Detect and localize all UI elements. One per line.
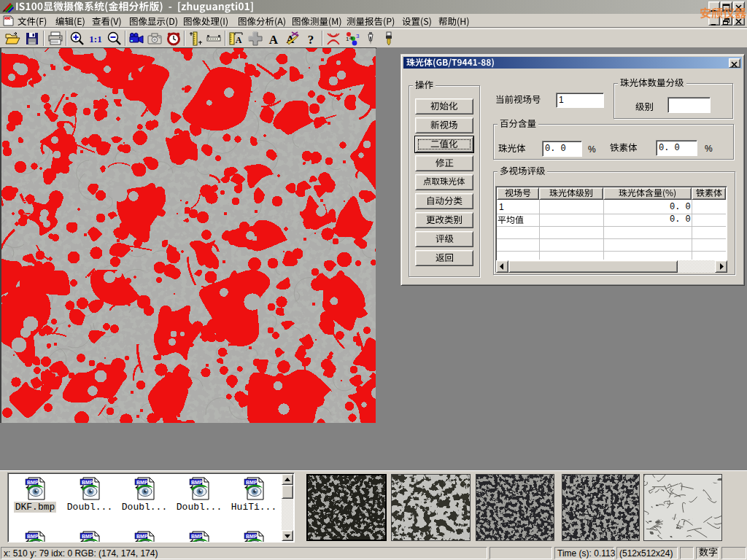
svg-text:3: 3 bbox=[356, 33, 360, 39]
svg-text:BMP: BMP bbox=[27, 534, 39, 539]
svg-text:BMP: BMP bbox=[136, 534, 148, 539]
svg-text:1:1: 1:1 bbox=[89, 34, 101, 44]
svg-text:BMP: BMP bbox=[191, 480, 203, 485]
svg-text:BMP: BMP bbox=[191, 534, 203, 539]
svg-text:DOC: DOC bbox=[4, 17, 12, 20]
svg-text:BMP: BMP bbox=[27, 480, 39, 485]
svg-text:BMP: BMP bbox=[136, 480, 148, 485]
svg-text:BMP: BMP bbox=[246, 534, 258, 539]
svg-text:?: ? bbox=[308, 33, 314, 47]
svg-text:A: A bbox=[269, 33, 279, 47]
svg-text:A: A bbox=[236, 35, 242, 45]
svg-text:BMP: BMP bbox=[82, 534, 93, 539]
svg-text:BMP: BMP bbox=[82, 480, 93, 485]
svg-text:a: a bbox=[349, 34, 353, 41]
svg-text:BMP: BMP bbox=[246, 480, 258, 485]
